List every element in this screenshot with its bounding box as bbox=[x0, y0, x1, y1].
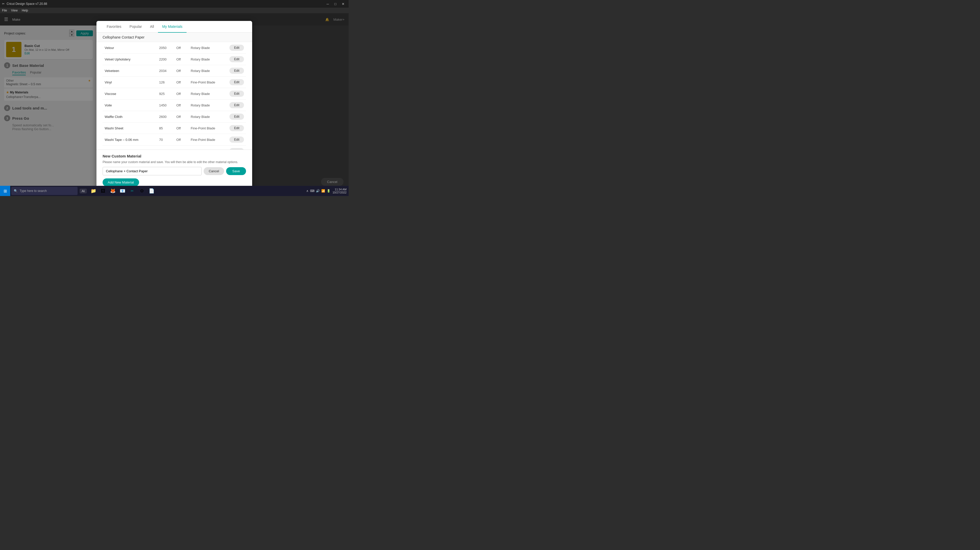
material-row-blade: Fine-Point Blade bbox=[189, 134, 224, 145]
taskbar-app-explorer[interactable]: 📁 bbox=[89, 186, 98, 196]
new-material-row: Cancel Save bbox=[103, 167, 246, 175]
material-row-edit: Edit bbox=[224, 145, 246, 150]
taskbar-app-firefox[interactable]: 🦊 bbox=[108, 186, 118, 196]
material-row-pressure: 230 bbox=[157, 145, 174, 150]
add-new-material-button[interactable]: Add New Material bbox=[103, 178, 139, 186]
material-row-name: Viscose bbox=[103, 88, 157, 100]
material-row-passes: Off bbox=[174, 54, 189, 65]
material-row-edit: Edit bbox=[224, 122, 246, 134]
tab-all[interactable]: All bbox=[146, 21, 158, 33]
table-row: Washi Tape – 0.06 mm 70 Off Fine-Point B… bbox=[103, 134, 246, 145]
edit-material-button[interactable]: Edit bbox=[229, 79, 244, 85]
taskbar-app-cricut[interactable]: ✂ bbox=[127, 186, 137, 196]
material-row-edit: Edit bbox=[224, 134, 246, 145]
taskbar-app-doc[interactable]: 📄 bbox=[147, 186, 156, 196]
material-row-pressure: 1450 bbox=[157, 100, 174, 111]
modal-scroll-area[interactable]: Velour 2050 Off Rotary Blade Edit Velvet… bbox=[97, 42, 252, 149]
tab-my-materials[interactable]: My Materials bbox=[158, 21, 186, 33]
material-row-blade: Rotary Blade bbox=[189, 42, 224, 54]
table-row: Velour 2050 Off Rotary Blade Edit bbox=[103, 42, 246, 54]
app-icon: ✂ bbox=[2, 2, 5, 6]
cellophane-banner-text: Cellophane Contact Paper bbox=[103, 35, 145, 39]
material-row-edit: Edit bbox=[224, 111, 246, 122]
taskbar-search[interactable]: 🔍 Type here to search bbox=[11, 187, 78, 195]
material-row-name: Watercolor Cards bbox=[103, 145, 157, 150]
material-row-pressure: 126 bbox=[157, 76, 174, 88]
material-row-edit: Edit bbox=[224, 100, 246, 111]
material-row-blade: Rotary Blade bbox=[189, 111, 224, 122]
edit-material-button[interactable]: Edit bbox=[229, 68, 244, 74]
material-row-name: Washi Sheet bbox=[103, 122, 157, 134]
menu-file[interactable]: File bbox=[2, 9, 7, 12]
new-material-title: New Custom Material bbox=[103, 154, 246, 158]
material-row-blade: Rotary Blade bbox=[189, 54, 224, 65]
edit-material-button[interactable]: Edit bbox=[229, 125, 244, 131]
edit-material-button[interactable]: Edit bbox=[229, 45, 244, 51]
material-row-passes: Off bbox=[174, 111, 189, 122]
menu-view[interactable]: View bbox=[11, 9, 18, 12]
speakers-icon: 🔊 bbox=[316, 189, 320, 193]
edit-material-button[interactable]: Edit bbox=[229, 137, 244, 143]
material-row-pressure: 2200 bbox=[157, 54, 174, 65]
minimize-button[interactable]: ─ bbox=[324, 1, 331, 6]
edit-material-button[interactable]: Edit bbox=[229, 56, 244, 62]
material-row-passes: Off bbox=[174, 134, 189, 145]
edit-material-button[interactable]: Edit bbox=[229, 114, 244, 120]
material-row-edit: Edit bbox=[224, 88, 246, 100]
taskbar-right: ∧ ⌨ 🔊 📶 🔋 11:34 AM 10/27/2022 bbox=[306, 188, 348, 194]
cellophane-banner: Cellophane Contact Paper bbox=[97, 33, 252, 42]
material-row-name: Vinyl bbox=[103, 76, 157, 88]
taskbar-datetime: 11:34 AM 10/27/2022 bbox=[332, 188, 347, 194]
search-placeholder: Type here to search bbox=[20, 189, 47, 193]
table-row: Viscose 925 Off Rotary Blade Edit bbox=[103, 88, 246, 100]
table-row: Voile 1450 Off Rotary Blade Edit bbox=[103, 100, 246, 111]
new-material-input[interactable] bbox=[103, 167, 202, 175]
menu-help[interactable]: Help bbox=[22, 9, 28, 12]
material-row-blade: Fine-Point Blade bbox=[189, 145, 224, 150]
table-row: Velvet Upholstery 2200 Off Rotary Blade … bbox=[103, 54, 246, 65]
maximize-button[interactable]: □ bbox=[332, 1, 339, 6]
taskbar-ai[interactable]: Ai bbox=[80, 189, 87, 194]
taskbar-app-settings[interactable]: ⚙ bbox=[137, 186, 146, 196]
title-bar-left: ✂ Cricut Design Space v7.20.88 bbox=[2, 2, 47, 6]
tab-favorites[interactable]: Favorites bbox=[103, 21, 126, 33]
material-row-pressure: 925 bbox=[157, 88, 174, 100]
save-button[interactable]: Save bbox=[226, 167, 246, 175]
material-row-edit: Edit bbox=[224, 76, 246, 88]
taskbar-app-mail[interactable]: 📧 bbox=[118, 186, 127, 196]
material-row-name: Velour bbox=[103, 42, 157, 54]
material-row-pressure: 2600 bbox=[157, 111, 174, 122]
window-title: Cricut Design Space v7.20.88 bbox=[6, 2, 47, 6]
taskbar-date: 10/27/2022 bbox=[332, 191, 347, 194]
close-button[interactable]: ✕ bbox=[339, 1, 347, 6]
table-row: Velveteen 2034 Off Rotary Blade Edit bbox=[103, 65, 246, 76]
title-bar: ✂ Cricut Design Space v7.20.88 ─ □ ✕ bbox=[0, 0, 348, 8]
edit-material-button[interactable]: Edit bbox=[229, 91, 244, 97]
taskbar-app-photo[interactable]: 🖼 bbox=[99, 186, 108, 196]
start-button[interactable]: ⊞ bbox=[0, 186, 10, 196]
material-row-blade: Rotary Blade bbox=[189, 100, 224, 111]
material-row-edit: Edit bbox=[224, 42, 246, 54]
modal-tabs: Favorites Popular All My Materials bbox=[97, 21, 252, 33]
battery-icon: 🔋 bbox=[327, 189, 331, 193]
cancel-button[interactable]: Cancel bbox=[204, 167, 224, 175]
table-row: Washi Sheet 85 Off Fine-Point Blade Edit bbox=[103, 122, 246, 134]
table-row: Waffle Cloth 2600 Off Rotary Blade Edit bbox=[103, 111, 246, 122]
edit-material-button[interactable]: Edit bbox=[229, 102, 244, 108]
material-row-passes: 2x bbox=[174, 145, 189, 150]
material-row-name: Washi Tape – 0.06 mm bbox=[103, 134, 157, 145]
material-row-pressure: 2034 bbox=[157, 65, 174, 76]
new-material-section: New Custom Material Please name your cus… bbox=[97, 149, 252, 191]
keyboard-icon: ⌨ bbox=[310, 189, 314, 193]
material-row-name: Voile bbox=[103, 100, 157, 111]
material-row-pressure: 2050 bbox=[157, 42, 174, 54]
title-bar-controls: ─ □ ✕ bbox=[324, 1, 347, 6]
material-row-passes: Off bbox=[174, 76, 189, 88]
tab-popular[interactable]: Popular bbox=[126, 21, 146, 33]
material-row-blade: Fine-Point Blade bbox=[189, 76, 224, 88]
app-container: ☰ Make 🔔 Maker+ Project copies: ▲ ▼ Appl… bbox=[0, 13, 348, 196]
search-icon: 🔍 bbox=[14, 189, 18, 193]
chevron-icon: ∧ bbox=[306, 189, 309, 193]
network-icon: 📶 bbox=[321, 189, 325, 193]
material-row-passes: Off bbox=[174, 88, 189, 100]
